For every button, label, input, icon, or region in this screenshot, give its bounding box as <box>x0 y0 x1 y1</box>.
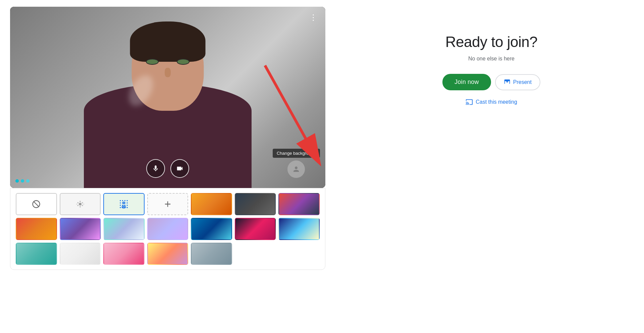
bg-option-white[interactable] <box>60 243 101 265</box>
blur-icon <box>75 199 86 209</box>
svg-point-4 <box>77 205 78 206</box>
person-eyebrows <box>143 52 193 56</box>
dot-1 <box>15 179 19 183</box>
bg-option-beach[interactable] <box>103 218 145 240</box>
cast-label: Cast this meeting <box>476 99 517 105</box>
bg-controls: Change background <box>273 149 320 178</box>
virtual-bg-icon <box>118 198 129 210</box>
mic-icon <box>152 165 159 172</box>
svg-point-9 <box>83 203 84 204</box>
svg-point-3 <box>82 202 83 203</box>
bg-option-confetti[interactable] <box>147 243 189 265</box>
svg-point-26 <box>122 201 125 204</box>
svg-point-17 <box>127 202 128 203</box>
bg-option-pink[interactable] <box>103 243 145 265</box>
person-nose <box>165 68 171 77</box>
svg-point-22 <box>120 207 121 208</box>
present-icon <box>504 79 511 86</box>
bg-option-fireworks[interactable] <box>278 218 320 240</box>
svg-point-14 <box>120 202 121 203</box>
svg-point-18 <box>120 205 121 206</box>
bg-option-none[interactable] <box>16 193 57 215</box>
present-button[interactable]: Present <box>495 74 540 90</box>
svg-point-7 <box>79 206 81 207</box>
present-label: Present <box>513 79 532 85</box>
dot-3 <box>26 179 30 183</box>
main-container: ⋮ <box>0 0 644 333</box>
svg-point-12 <box>124 200 125 201</box>
svg-point-5 <box>82 205 83 206</box>
person-background-icon <box>292 165 300 173</box>
cast-meeting-button[interactable]: Cast this meeting <box>466 98 517 106</box>
bg-option-orange[interactable] <box>16 218 57 240</box>
bg-option-sunset[interactable] <box>60 218 101 240</box>
svg-point-8 <box>76 203 77 204</box>
bg-option-blur[interactable] <box>60 193 101 215</box>
bg-option-galaxy[interactable] <box>235 218 276 240</box>
bg-option-virtual[interactable] <box>103 193 145 215</box>
bg-option-dark[interactable] <box>235 193 276 215</box>
join-now-button[interactable]: Join now <box>442 74 491 90</box>
svg-point-13 <box>127 200 128 201</box>
bg-option-flowers[interactable] <box>16 243 57 265</box>
camera-icon <box>176 165 183 172</box>
bg-option-lavender[interactable] <box>147 218 189 240</box>
video-preview-wrapper: ⋮ <box>10 7 325 188</box>
change-background-button[interactable] <box>287 160 305 178</box>
svg-point-1 <box>79 203 82 205</box>
join-actions: Join now Present <box>442 74 540 90</box>
dot-2 <box>21 179 24 183</box>
bg-option-add[interactable] <box>147 193 189 215</box>
camera-toggle-button[interactable] <box>170 159 189 178</box>
svg-rect-0 <box>292 165 300 173</box>
bg-option-building[interactable] <box>191 243 232 265</box>
more-options-button[interactable]: ⋮ <box>307 12 320 23</box>
video-dots <box>15 179 30 183</box>
right-panel: Ready to join? No one else is here Join … <box>339 7 644 106</box>
mic-toggle-button[interactable] <box>146 159 165 178</box>
bg-option-night[interactable] <box>278 193 320 215</box>
svg-point-11 <box>122 200 123 201</box>
cast-icon <box>466 98 473 106</box>
svg-point-27 <box>122 205 126 208</box>
background-selector-panel <box>10 188 325 270</box>
no-one-subtitle: No one else is here <box>468 56 515 62</box>
add-background-icon <box>163 199 172 209</box>
ready-to-join-title: Ready to join? <box>445 34 537 50</box>
bg-option-ocean[interactable] <box>191 218 232 240</box>
bg-option-market[interactable] <box>191 193 232 215</box>
svg-point-21 <box>127 205 128 206</box>
left-panel: ⋮ <box>10 7 339 270</box>
person-hair <box>130 21 206 62</box>
svg-point-2 <box>77 202 78 203</box>
no-effect-icon <box>32 199 41 209</box>
person-eyes <box>146 59 190 65</box>
svg-point-10 <box>120 200 121 201</box>
change-background-tooltip: Change background <box>273 149 320 158</box>
svg-point-6 <box>79 201 81 202</box>
video-controls <box>146 159 189 178</box>
svg-point-25 <box>127 207 128 208</box>
